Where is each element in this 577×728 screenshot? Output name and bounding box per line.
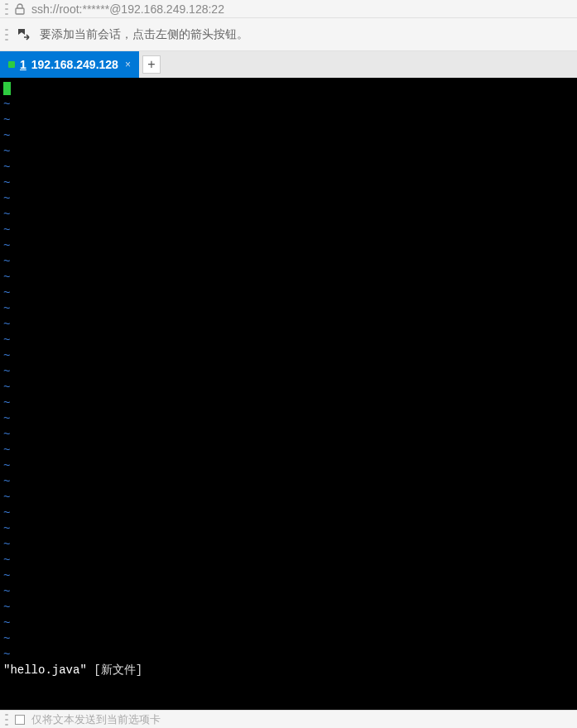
vim-empty-line: ~ xyxy=(3,270,574,285)
vim-empty-line: ~ xyxy=(3,207,574,223)
vim-empty-line: ~ xyxy=(3,364,574,380)
vim-empty-line: ~ xyxy=(3,443,574,458)
vim-empty-line: ~ xyxy=(3,537,574,553)
vim-empty-line: ~ xyxy=(3,238,574,254)
vim-empty-line: ~ xyxy=(3,380,574,395)
bottom-text: 仅将文本发送到当前选项卡 xyxy=(31,712,161,727)
drag-handle-icon[interactable] xyxy=(5,29,8,41)
tab-label: 192.168.249.128 xyxy=(31,58,118,71)
lock-icon xyxy=(15,3,25,15)
vim-empty-line: ~ xyxy=(3,615,574,631)
tab-bar: 1 192.168.249.128 × + xyxy=(0,51,577,78)
hint-bar: 要添加当前会话，点击左侧的箭头按钮。 xyxy=(0,18,577,51)
vim-empty-line: ~ xyxy=(3,553,574,568)
vim-empty-line: ~ xyxy=(3,128,574,144)
vim-empty-line: ~ xyxy=(3,521,574,537)
vim-empty-line: ~ xyxy=(3,568,574,584)
vim-empty-line: ~ xyxy=(3,647,574,663)
session-tab[interactable]: 1 192.168.249.128 × xyxy=(0,51,139,78)
bottom-bar: 仅将文本发送到当前选项卡 xyxy=(0,710,577,728)
new-tab-button[interactable]: + xyxy=(142,55,161,74)
vim-empty-line: ~ xyxy=(3,584,574,600)
drag-handle-icon[interactable] xyxy=(5,3,8,15)
vim-empty-line: ~ xyxy=(3,144,574,160)
address-toolbar: ssh://root:******@192.168.249.128:22 xyxy=(0,0,577,18)
vim-empty-line: ~ xyxy=(3,631,574,647)
vim-empty-line: ~ xyxy=(3,490,574,505)
vim-empty-line: ~ xyxy=(3,395,574,411)
vim-status-line: "hello.java" [新文件] xyxy=(3,663,574,678)
close-icon[interactable]: × xyxy=(125,59,131,70)
vim-empty-line: ~ xyxy=(3,348,574,364)
vim-empty-line: ~ xyxy=(3,97,574,113)
status-suffix: [新文件] xyxy=(87,663,142,677)
vim-empty-line: ~ xyxy=(3,223,574,238)
vim-empty-line: ~ xyxy=(3,427,574,443)
checkbox-icon[interactable] xyxy=(15,715,25,725)
vim-empty-line: ~ xyxy=(3,175,574,191)
vim-empty-line: ~ xyxy=(3,474,574,490)
vim-empty-line: ~ xyxy=(3,411,574,427)
vim-empty-line: ~ xyxy=(3,285,574,301)
cursor-line xyxy=(3,81,574,97)
hint-text: 要添加当前会话，点击左侧的箭头按钮。 xyxy=(40,27,248,42)
vim-empty-line: ~ xyxy=(3,113,574,128)
vim-empty-line: ~ xyxy=(3,317,574,333)
status-filename: "hello.java" xyxy=(3,663,87,677)
status-dot-icon xyxy=(8,61,15,68)
terminal-view[interactable]: ~~~~~~~~~~~~~~~~~~~~~~~~~~~~~~~~~~~~ "he… xyxy=(0,78,577,710)
tab-number: 1 xyxy=(20,58,26,71)
address-text[interactable]: ssh://root:******@192.168.249.128:22 xyxy=(31,2,224,16)
vim-empty-line: ~ xyxy=(3,301,574,317)
vim-empty-line: ~ xyxy=(3,254,574,270)
cursor-block-icon xyxy=(3,82,11,95)
vim-empty-line: ~ xyxy=(3,333,574,348)
vim-empty-line: ~ xyxy=(3,160,574,175)
vim-empty-line: ~ xyxy=(3,458,574,474)
vim-empty-line: ~ xyxy=(3,505,574,521)
drag-handle-icon[interactable] xyxy=(5,714,8,726)
vim-empty-line: ~ xyxy=(3,191,574,207)
vim-empty-line: ~ xyxy=(3,600,574,615)
bookmark-arrow-icon[interactable] xyxy=(17,27,31,42)
svg-rect-0 xyxy=(16,8,24,14)
